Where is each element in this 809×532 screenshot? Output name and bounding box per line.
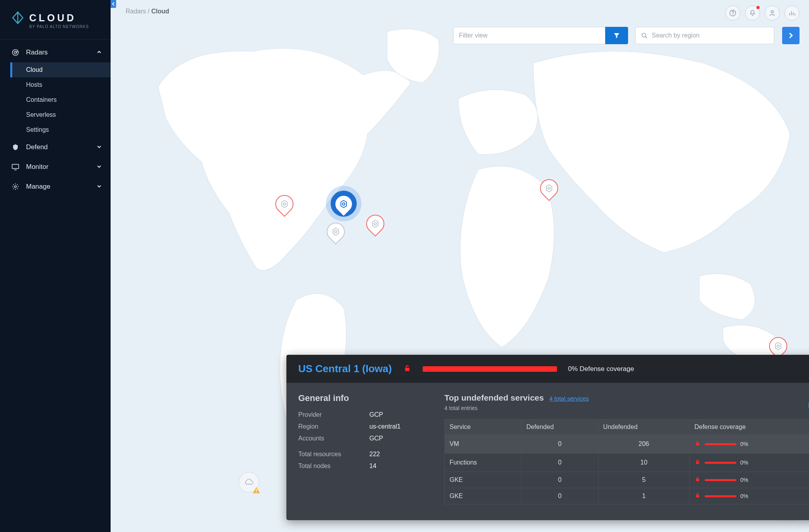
map-marker[interactable] [275,195,293,213]
nav: Radars Cloud Hosts Containers Serverless… [0,39,111,197]
unlocked-icon [694,459,701,466]
nav-radars-children: Cloud Hosts Containers Serverless Settin… [0,62,111,137]
nav-cloud[interactable]: Cloud [10,62,111,77]
expand-filters-button[interactable] [782,27,800,44]
nav-manage-label: Manage [26,183,50,191]
map-marker-selected[interactable] [335,195,353,213]
services-title: Top undefended services [444,393,544,403]
chevron-up-icon [96,49,102,56]
general-info-title: General info [298,393,425,403]
nav-defend[interactable]: Defend [0,137,111,157]
svg-rect-15 [405,368,409,371]
nav-defend-label: Defend [26,143,48,151]
svg-point-5 [732,14,733,15]
unlocked-icon [694,492,701,500]
brand-logo-icon [11,11,24,24]
map-marker[interactable] [540,179,558,197]
analytics-button[interactable] [785,6,800,21]
svg-point-12 [374,223,376,225]
nav-radars-label: Radars [26,49,48,56]
nav-serverless[interactable]: Serverless [10,107,111,122]
table-row[interactable]: VM 0 206 0% [445,435,809,453]
notifications-button[interactable] [745,6,760,21]
sidebar: CLOUD BY PALO ALTO NETWORKS Radars Cloud… [0,0,111,532]
chevron-down-icon [96,164,102,170]
topbar-icons [725,6,800,21]
filter-view-input[interactable] [453,27,607,44]
svg-point-13 [548,187,550,189]
status-indicator[interactable] [239,472,259,493]
table-row[interactable]: GKE 0 1 0% ••• [445,488,809,504]
brand-name: CLOUD [29,12,76,24]
svg-point-6 [771,11,773,13]
services-table: Service Defended Undefended Defense cove… [444,419,809,504]
search-icon [641,32,648,39]
nav-hosts[interactable]: Hosts [10,77,111,92]
svg-point-9 [283,203,286,205]
panel-header: US Central 1 (Iowa) 0% Defense coverage … [286,355,809,383]
cloud-icon [244,478,254,486]
svg-rect-2 [12,164,19,169]
col-undefended[interactable]: Undefended [598,420,689,435]
col-defended[interactable]: Defended [521,420,598,435]
breadcrumb-current: Cloud [151,8,169,15]
unlocked-icon [694,440,701,448]
breadcrumb: Radars / Cloud [126,8,169,15]
brand-subtitle: BY PALO ALTO NETWORKS [29,24,102,29]
svg-rect-24 [256,492,257,493]
coverage-cell: 0% [694,492,809,500]
region-detail-panel: US Central 1 (Iowa) 0% Defense coverage … [286,355,809,520]
chevron-down-icon [96,184,102,190]
nav-monitor-label: Monitor [26,163,49,171]
svg-point-14 [777,345,779,347]
general-info: General info ProviderGCP Regionus-centra… [298,393,425,504]
table-row[interactable]: GKE 0 5 0% ••• [445,472,809,488]
nav-monitor[interactable]: Monitor [0,157,111,177]
map-marker[interactable] [769,337,787,355]
coverage-cell: 0% [694,459,809,466]
radar-icon [11,48,20,57]
services-panel: Top undefended services 4 total services… [444,393,809,504]
services-total-link[interactable]: 4 total services [549,395,589,402]
collapse-sidebar-button[interactable] [111,0,116,8]
search-region-box[interactable] [635,27,774,44]
search-region-input[interactable] [652,32,768,39]
nav-containers[interactable]: Containers [10,92,111,107]
nav-radars[interactable]: Radars [0,43,111,62]
shield-icon [11,143,20,152]
svg-rect-21 [696,479,699,481]
unlocked-icon [694,476,701,484]
filter-apply-button[interactable] [605,27,628,44]
coverage-bar [423,366,557,372]
table-row[interactable]: Functions 0 10 0% [445,453,809,472]
coverage-cell: 0% [694,440,809,448]
notification-dot-icon [756,5,760,10]
nav-manage[interactable]: Manage [0,177,111,197]
col-coverage[interactable]: Defense coverage [689,420,809,435]
gear-icon [11,182,20,191]
coverage-text: 0% Defense coverage [568,365,634,373]
user-button[interactable] [765,6,780,21]
help-button[interactable] [725,6,740,21]
table-header-row: Service Defended Undefended Defense cove… [445,420,809,435]
svg-point-10 [342,203,345,205]
panel-title: US Central 1 (Iowa) [298,363,392,375]
svg-rect-23 [256,489,257,491]
svg-point-7 [642,33,646,37]
filter-bar [453,27,774,44]
monitor-icon [11,163,20,171]
svg-rect-20 [696,461,699,464]
svg-rect-19 [696,443,699,445]
col-service[interactable]: Service [445,420,521,435]
unlocked-icon [403,364,412,374]
map-marker[interactable] [327,223,345,241]
breadcrumb-parent[interactable]: Radars [126,8,146,15]
coverage-cell: 0% [694,476,809,484]
brand-block: CLOUD BY PALO ALTO NETWORKS [0,0,111,39]
nav-settings[interactable]: Settings [10,122,111,137]
svg-rect-22 [696,495,699,497]
services-subtitle: 4 total entries [444,405,809,411]
main: Radars / Cloud [111,0,809,532]
svg-point-3 [15,186,17,188]
map-marker[interactable] [366,215,384,233]
